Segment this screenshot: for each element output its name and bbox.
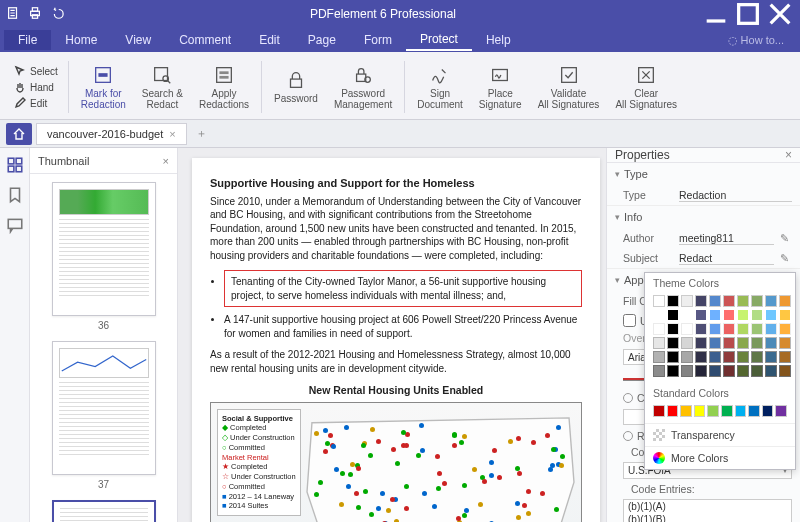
svg-rect-9 — [217, 67, 232, 82]
document-tab[interactable]: vancouver-2016-budget× — [36, 123, 187, 145]
redaction-mark[interactable]: Tenanting of the City-owned Taylor Manor… — [224, 270, 582, 307]
type-value: Redaction — [679, 188, 792, 202]
mark-redaction-button[interactable]: Mark for Redaction — [73, 55, 134, 119]
place-signature-button[interactable]: Place Signature — [471, 55, 530, 119]
svg-rect-6 — [99, 73, 108, 77]
section-info[interactable]: Info — [607, 206, 800, 228]
svg-rect-4 — [739, 5, 758, 24]
doc-heading: Supportive Housing and Support for the H… — [210, 176, 582, 191]
doc-subheading: New Rental Housing Units Enabled — [210, 383, 582, 397]
doc-para: Since 2010, under a Memorandum of Unders… — [210, 195, 582, 263]
menu-home[interactable]: Home — [51, 30, 111, 50]
thumbnail-page[interactable]: 37 — [52, 341, 156, 490]
svg-rect-15 — [493, 69, 508, 80]
menu-page[interactable]: Page — [294, 30, 350, 50]
more-colors-link[interactable]: More Colors — [645, 446, 795, 469]
svg-rect-16 — [561, 67, 576, 82]
menu-protect[interactable]: Protect — [406, 29, 472, 51]
edit-icon[interactable]: ✎ — [780, 232, 792, 245]
edit-icon[interactable]: ✎ — [780, 252, 792, 265]
custom-text-radio[interactable] — [623, 393, 633, 403]
menu-view[interactable]: View — [111, 30, 165, 50]
doc-para: As a result of the 2012-2021 Housing and… — [210, 348, 582, 375]
apply-redactions-button[interactable]: Apply Redactions — [191, 55, 257, 119]
menu-help[interactable]: Help — [472, 30, 525, 50]
search-redact-button[interactable]: Search & Redact — [134, 55, 191, 119]
svg-rect-10 — [219, 71, 228, 74]
thumbnail-panel-title: Thumbnail — [38, 155, 89, 167]
svg-rect-18 — [8, 158, 14, 164]
qat-undo-icon[interactable] — [50, 6, 64, 22]
qat-file-icon[interactable] — [6, 6, 20, 22]
svg-rect-7 — [155, 67, 168, 80]
app-title: PDFelement 6 Professional — [64, 7, 702, 21]
subject-field[interactable]: Redact — [679, 251, 774, 265]
tab-close-icon[interactable]: × — [169, 128, 175, 140]
menu-edit[interactable]: Edit — [245, 30, 294, 50]
color-picker-popup: Theme Colors Standard Colors Transparenc… — [644, 272, 796, 470]
close-button[interactable] — [766, 4, 794, 24]
color-red[interactable] — [623, 378, 645, 381]
minimize-button[interactable] — [702, 4, 730, 24]
howto-link[interactable]: ◌ How to... — [728, 34, 796, 47]
qat-print-icon[interactable] — [28, 6, 42, 22]
sign-document-button[interactable]: Sign Document — [409, 55, 471, 119]
code-entries-list[interactable]: (b)(1)(A) (b)(1)(B) (b)(2) (b)(3)(A) — [623, 499, 792, 522]
home-tab-button[interactable] — [6, 123, 32, 145]
section-type[interactable]: Type — [607, 163, 800, 185]
svg-rect-19 — [16, 158, 22, 164]
rail-bookmark-icon[interactable] — [6, 186, 24, 204]
redaction-code-radio[interactable] — [623, 431, 633, 441]
svg-rect-3 — [32, 15, 37, 19]
svg-rect-20 — [8, 166, 14, 172]
tool-edit[interactable]: Edit — [14, 96, 58, 110]
author-field[interactable]: meeting811 — [679, 231, 774, 245]
properties-close-icon[interactable]: × — [785, 148, 792, 162]
menu-file[interactable]: File — [4, 30, 51, 50]
properties-title: Properties — [615, 148, 670, 162]
theme-color-grid[interactable] — [645, 293, 795, 383]
thumbnail-page-selected[interactable]: 38 — [52, 500, 156, 522]
doc-bullet: A 147-unit supportive housing project at… — [224, 313, 582, 340]
tool-select[interactable]: Select — [14, 64, 58, 78]
standard-colors-label: Standard Colors — [645, 383, 795, 403]
password-button[interactable]: Password — [266, 55, 326, 119]
tool-hand[interactable]: Hand — [14, 80, 58, 94]
svg-rect-11 — [219, 75, 228, 78]
overlay-checkbox[interactable] — [623, 314, 636, 327]
clear-signatures-button[interactable]: Clear All Signatures — [607, 55, 685, 119]
maximize-button[interactable] — [734, 4, 762, 24]
password-mgmt-button[interactable]: Password Management — [326, 55, 400, 119]
add-tab-button[interactable]: ＋ — [191, 123, 213, 145]
document-page: Supportive Housing and Support for the H… — [192, 158, 600, 522]
svg-rect-2 — [32, 8, 37, 12]
thumbnail-page[interactable]: 36 — [52, 182, 156, 331]
rail-thumbnails-icon[interactable] — [6, 156, 24, 174]
svg-rect-22 — [8, 219, 22, 228]
map-figure: Social & Supportive ◆ Completed ◇ Under … — [210, 402, 582, 522]
svg-rect-12 — [290, 79, 301, 87]
validate-signatures-button[interactable]: Validate All Signatures — [530, 55, 608, 119]
transparency-link[interactable]: Transparency — [645, 423, 795, 446]
svg-rect-21 — [16, 166, 22, 172]
menu-form[interactable]: Form — [350, 30, 406, 50]
standard-color-row[interactable] — [645, 403, 795, 423]
thumbnail-close-icon[interactable]: × — [163, 155, 169, 167]
rail-comment-icon[interactable] — [6, 216, 24, 234]
theme-colors-label: Theme Colors — [645, 273, 795, 293]
menu-comment[interactable]: Comment — [165, 30, 245, 50]
